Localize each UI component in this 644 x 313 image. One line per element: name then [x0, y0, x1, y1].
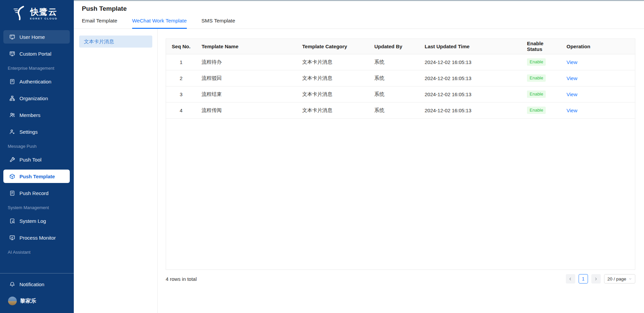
- user-profile[interactable]: 黎家乐: [3, 294, 70, 308]
- user-name: 黎家乐: [20, 298, 36, 305]
- next-page-button[interactable]: [591, 274, 601, 284]
- col-updated-time: Last Updated Time: [419, 39, 522, 54]
- cell-updated-time: 2024-12-02 16:05:13: [419, 70, 522, 86]
- section-label-enterprise: Enterprise Management: [8, 66, 74, 71]
- page-number-button[interactable]: 1: [579, 274, 588, 284]
- cell-status: Enable: [522, 86, 561, 102]
- sidebar-item-label: User Home: [19, 34, 45, 40]
- prev-page-button[interactable]: [566, 274, 575, 284]
- sidebar-item-user-home[interactable]: User Home: [3, 30, 70, 44]
- monitor-icon: [9, 34, 15, 40]
- section-label-system: System Management: [8, 205, 74, 210]
- cell-seq: 3: [166, 86, 196, 102]
- sidebar-item-process-monitor[interactable]: Process Monitor: [3, 231, 70, 244]
- total-count-text: 4 rows in total: [166, 276, 197, 282]
- cell-status: Enable: [522, 54, 561, 70]
- log-search-icon: [9, 218, 15, 224]
- sidebar-item-members[interactable]: Members: [3, 108, 70, 122]
- bell-icon: [9, 281, 15, 287]
- portal-icon: [9, 51, 15, 57]
- cell-operation: View: [561, 70, 635, 86]
- notification-label: Notification: [19, 281, 44, 287]
- cell-category: 文本卡片消息: [297, 102, 369, 118]
- cell-name: 流程结束: [196, 86, 297, 102]
- sidebar-item-label: Push Record: [19, 190, 49, 196]
- sidebar-item-system-log[interactable]: System Log: [3, 214, 70, 228]
- page-title: Push Template: [82, 5, 636, 12]
- chevron-left-icon: [569, 277, 572, 281]
- cell-updated-time: 2024-12-02 16:05:13: [419, 54, 522, 70]
- logo-subtitle: EGRET CLOUD: [30, 17, 57, 20]
- tab-bar: Email Template WeChat Work Template SMS …: [74, 18, 644, 29]
- tab-wechat-work-template[interactable]: WeChat Work Template: [132, 18, 187, 29]
- sidebar-item-custom-portal[interactable]: Custom Portal: [3, 47, 70, 60]
- sidebar-item-organization[interactable]: Organization: [3, 91, 70, 105]
- sidebar: 快鹭云 EGRET CLOUD User Home Custom Portal …: [0, 0, 74, 313]
- sidebar-item-push-record[interactable]: Push Record: [3, 186, 70, 200]
- chevron-right-icon: [594, 277, 598, 281]
- sidebar-item-push-tool[interactable]: Push Tool: [3, 153, 70, 166]
- page-size-value: 20 / page: [607, 276, 626, 281]
- user-avatar: [8, 297, 17, 305]
- person-plus-icon: [9, 129, 15, 135]
- tab-email-template[interactable]: Email Template: [82, 18, 117, 28]
- notification-button[interactable]: Notification: [3, 277, 70, 291]
- cell-updated-time: 2024-12-02 16:05:13: [419, 86, 522, 102]
- sidebar-item-settings[interactable]: Settings: [3, 125, 70, 138]
- people-icon: [9, 112, 15, 118]
- cell-operation: View: [561, 102, 635, 118]
- monitor-check-icon: [9, 235, 15, 241]
- certificate-icon: [9, 78, 15, 84]
- col-operation: Operation: [561, 39, 635, 54]
- view-link[interactable]: View: [567, 91, 577, 97]
- col-category: Template Category: [297, 39, 369, 54]
- chevron-down-icon: [629, 277, 632, 280]
- table-footer: 4 rows in total 1: [166, 274, 635, 284]
- cell-status: Enable: [522, 70, 561, 86]
- sidebar-item-push-template[interactable]: Push Template: [3, 170, 70, 183]
- cell-updated-by: 系统: [369, 86, 419, 102]
- page-size-select[interactable]: 20 / page: [604, 274, 635, 284]
- status-badge: Enable: [527, 74, 546, 82]
- app-window: 快鹭云 EGRET CLOUD User Home Custom Portal …: [0, 0, 644, 313]
- section-label-message-push: Message Push: [8, 144, 74, 149]
- cell-name: 流程传阅: [196, 102, 297, 118]
- sidebar-item-label: Authentication: [19, 79, 51, 84]
- sidebar-item-authentication[interactable]: Authentication: [3, 75, 70, 88]
- document-icon: [9, 190, 15, 196]
- org-chart-icon: [9, 95, 15, 101]
- sidebar-item-label: System Log: [19, 218, 46, 224]
- sidebar-item-label: Custom Portal: [19, 51, 51, 57]
- cell-operation: View: [561, 54, 635, 70]
- template-table: Seq No. Template Name Template Category …: [166, 39, 635, 270]
- subnav-item-text-card[interactable]: 文本卡片消息: [79, 36, 152, 48]
- template-category-panel: 文本卡片消息: [74, 29, 158, 313]
- table-header-row: Seq No. Template Name Template Category …: [166, 39, 635, 54]
- cell-updated-time: 2024-12-02 16:05:13: [419, 102, 522, 118]
- col-name: Template Name: [196, 39, 297, 54]
- table-row: 1 流程待办 文本卡片消息 系统 2024-12-02 16:05:13 Ena…: [166, 54, 635, 70]
- sidebar-divider: [0, 273, 74, 273]
- cell-seq: 2: [166, 70, 196, 86]
- section-label-ai: AI Assistant: [8, 250, 74, 255]
- cell-category: 文本卡片消息: [297, 70, 369, 86]
- wrench-icon: [9, 156, 15, 163]
- sidebar-footer: Notification 黎家乐: [0, 273, 74, 311]
- view-link[interactable]: View: [567, 75, 577, 81]
- tab-sms-template[interactable]: SMS Template: [202, 18, 235, 28]
- egret-logo-icon: [13, 5, 27, 22]
- view-link[interactable]: View: [567, 108, 577, 113]
- cube-icon: [9, 173, 15, 179]
- cell-category: 文本卡片消息: [297, 86, 369, 102]
- sidebar-item-label: Settings: [19, 129, 38, 135]
- view-link[interactable]: View: [567, 59, 577, 65]
- status-badge: Enable: [527, 90, 546, 98]
- page-header: Push Template: [74, 1, 644, 18]
- table-area: Seq No. Template Name Template Category …: [158, 29, 644, 313]
- cell-operation: View: [561, 86, 635, 102]
- sidebar-item-label: Organization: [19, 96, 48, 101]
- cell-name: 流程驳回: [196, 70, 297, 86]
- sidebar-item-label: Members: [19, 112, 41, 118]
- table-row: 2 流程驳回 文本卡片消息 系统 2024-12-02 16:05:13 Ena…: [166, 70, 635, 86]
- content-row: 文本卡片消息 Seq No. Template Name Template Ca…: [74, 29, 644, 313]
